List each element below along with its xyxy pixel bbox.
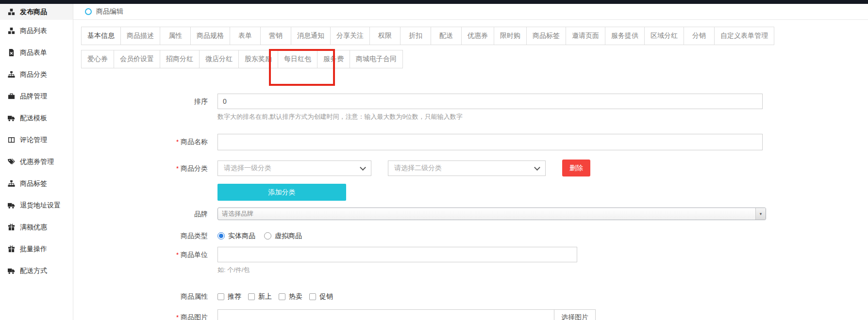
tab-item[interactable]: 分享关注 — [330, 27, 370, 45]
category-level2-select[interactable]: 请选择二级分类 — [388, 160, 546, 176]
brand-label: 品牌 — [73, 208, 217, 220]
sidebar-item[interactable]: 配送模板 — [0, 107, 73, 129]
checkbox-unchecked-icon[interactable] — [309, 293, 316, 300]
tab-item[interactable]: 商品标签 — [526, 27, 566, 45]
sidebar-item-label: 商品列表 — [20, 27, 47, 35]
sidebar-item-label: 商品分类 — [20, 70, 47, 79]
sidebar-item[interactable]: 发布商品 — [0, 4, 73, 20]
checkbox-option-label: 新上 — [258, 292, 272, 301]
tab-item[interactable]: 权限 — [369, 27, 401, 45]
checkbox-unchecked-icon[interactable] — [217, 293, 224, 300]
sidebar-item[interactable]: 退货地址设置 — [0, 194, 73, 216]
product-attr-options: 推荐新上热卖促销 — [217, 292, 333, 301]
product-type-options: 实体商品虚拟商品 — [217, 231, 302, 240]
delete-category-button[interactable]: 删除 — [562, 160, 590, 176]
sidebar-item-label: 满额优惠 — [20, 223, 47, 232]
tab-item[interactable]: 股东奖励 — [238, 50, 278, 68]
tab-item[interactable]: 基本信息 — [81, 27, 121, 45]
tab-item[interactable]: 商品描述 — [120, 27, 160, 45]
sidebar-nav: 发布商品商品列表商品表单商品分类品牌管理配送模板评论管理优惠券管理商品标签退货地… — [0, 4, 73, 282]
form-row-category: *商品分类 请选择一级分类 请选择二级分类 删除 — [73, 160, 868, 176]
sidebar-item[interactable]: 商品列表 — [0, 20, 73, 42]
category-label: *商品分类 — [73, 160, 217, 176]
tab-item[interactable]: 限时购 — [494, 27, 527, 45]
sidebar-item[interactable]: 商品表单 — [0, 42, 73, 64]
tab-item[interactable]: 配送 — [431, 27, 462, 45]
dropdown-arrow-icon: ▾ — [755, 208, 766, 220]
category-level1-placeholder: 请选择一级分类 — [224, 164, 271, 173]
checkbox-unchecked-icon[interactable] — [279, 293, 285, 300]
sidebar-item[interactable]: 评论管理 — [0, 129, 73, 151]
form-row-add-category: 添加分类 — [73, 184, 868, 201]
tab-item[interactable]: 服务提供 — [605, 27, 645, 45]
sidebar-item[interactable]: 满额优惠 — [0, 216, 73, 238]
sidebar-item-label: 商品标签 — [20, 179, 47, 188]
radio-option-label: 实体商品 — [228, 232, 255, 240]
sidebar-item-label: 配送方式 — [20, 267, 47, 275]
gift-icon — [7, 224, 15, 231]
primary-tab-bar: 基本信息商品描述属性商品规格表单营销消息通知分享关注权限折扣配送优惠券限时购商品… — [81, 27, 868, 45]
tab-item[interactable]: 每日红包 — [278, 50, 317, 68]
sidebar-item[interactable]: 商品分类 — [0, 64, 73, 85]
sidebar-item-label: 商品表单 — [20, 48, 47, 57]
form-row-product-name: *商品名称 — [73, 134, 868, 150]
form-row-brand: 品牌 请选择品牌 ▾ — [73, 208, 868, 220]
radio-unselected-icon[interactable] — [264, 232, 271, 240]
main-content: 商品编辑 基本信息商品描述属性商品规格表单营销消息通知分享关注权限折扣配送优惠券… — [73, 4, 868, 320]
tab-item[interactable]: 分销 — [684, 27, 715, 45]
tab-item[interactable]: 服务费 — [317, 50, 350, 68]
tab-item[interactable]: 自定义表单管理 — [714, 27, 774, 45]
page-title: 商品编辑 — [96, 7, 123, 16]
tab-item[interactable]: 区域分红 — [644, 27, 684, 45]
file-excel-icon — [7, 49, 15, 57]
tab-item[interactable]: 会员价设置 — [114, 50, 160, 68]
tab-item[interactable]: 微店分红 — [199, 50, 239, 68]
product-unit-input[interactable] — [217, 247, 577, 262]
tab-item[interactable]: 商城电子合同 — [350, 50, 403, 68]
tab-item[interactable]: 招商分红 — [160, 50, 200, 68]
sort-input[interactable] — [217, 94, 763, 109]
truck-icon — [7, 114, 15, 122]
checkbox-option-label: 推荐 — [228, 292, 241, 301]
brand-placeholder: 请选择品牌 — [218, 209, 755, 218]
sidebar-item-label: 批量操作 — [20, 245, 47, 254]
tab-item[interactable]: 邀请页面 — [566, 27, 605, 45]
truck-icon — [7, 202, 15, 209]
sidebar-item[interactable]: 品牌管理 — [0, 85, 73, 107]
sidebar-item-label: 退货地址设置 — [20, 201, 61, 210]
product-type-radio-option[interactable]: 实体商品 — [217, 232, 255, 240]
product-type-radio-option[interactable]: 虚拟商品 — [264, 232, 302, 240]
sidebar-item[interactable]: 配送方式 — [0, 260, 73, 282]
add-category-button[interactable]: 添加分类 — [217, 184, 346, 201]
checkbox-unchecked-icon[interactable] — [248, 293, 255, 300]
sidebar-item[interactable]: 优惠券管理 — [0, 151, 73, 173]
radio-selected-icon[interactable] — [217, 232, 225, 240]
tab-item[interactable]: 折扣 — [400, 27, 431, 45]
tab-item[interactable]: 消息通知 — [291, 27, 331, 45]
checkbox-option-label: 促销 — [319, 292, 333, 301]
tab-item[interactable]: 爱心券 — [81, 50, 114, 68]
category-level1-select[interactable]: 请选择一级分类 — [217, 160, 371, 176]
choose-image-button[interactable]: 选择图片 — [554, 310, 595, 320]
tab-item[interactable]: 商品规格 — [190, 27, 230, 45]
form-row-product-unit: *商品单位 如: 个/件/包 — [73, 247, 868, 274]
product-attr-checkbox-option[interactable]: 新上 — [248, 292, 272, 301]
product-image-label: *商品图片 — [73, 309, 217, 320]
tab-item[interactable]: 表单 — [230, 27, 261, 45]
product-attr-checkbox-option[interactable]: 促销 — [309, 292, 333, 301]
tab-item[interactable]: 属性 — [160, 27, 191, 45]
sidebar-item-label: 品牌管理 — [20, 92, 47, 101]
brand-select[interactable]: 请选择品牌 ▾ — [217, 208, 766, 220]
required-mark: * — [176, 314, 179, 320]
product-name-input[interactable] — [217, 134, 763, 150]
unit-help-text: 如: 个/件/包 — [217, 266, 577, 274]
product-image-input[interactable] — [218, 310, 554, 320]
sitemap-icon — [7, 71, 15, 79]
sidebar-item-label: 发布商品 — [20, 8, 47, 16]
tab-item[interactable]: 营销 — [260, 27, 291, 45]
sidebar-item[interactable]: 商品标签 — [0, 173, 73, 194]
product-attr-checkbox-option[interactable]: 推荐 — [217, 292, 241, 301]
product-attr-checkbox-option[interactable]: 热卖 — [279, 292, 302, 301]
sidebar-item[interactable]: 批量操作 — [0, 238, 73, 260]
tab-item[interactable]: 优惠券 — [461, 27, 494, 45]
